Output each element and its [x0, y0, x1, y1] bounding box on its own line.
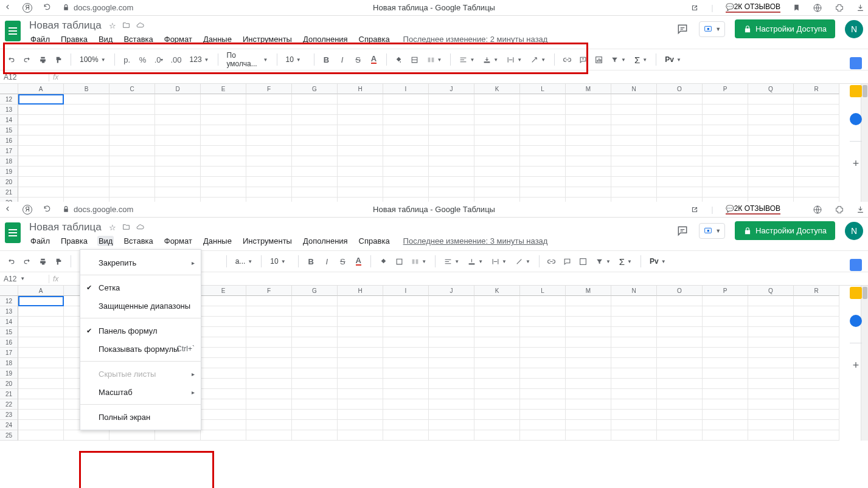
- cell[interactable]: [201, 327, 246, 337]
- cell[interactable]: [474, 105, 520, 115]
- cell[interactable]: [794, 348, 839, 358]
- cell[interactable]: [520, 105, 566, 115]
- cell[interactable]: [429, 187, 474, 198]
- cell[interactable]: [520, 389, 566, 399]
- cell[interactable]: [520, 337, 566, 348]
- column-header[interactable]: O: [657, 286, 703, 296]
- cell[interactable]: [611, 115, 657, 125]
- cell[interactable]: [657, 368, 703, 379]
- cell[interactable]: [201, 420, 246, 430]
- cell[interactable]: [566, 337, 611, 348]
- paint-icon[interactable]: [52, 254, 64, 269]
- cell[interactable]: [657, 306, 703, 317]
- keep-icon[interactable]: [850, 85, 862, 97]
- wrap-select[interactable]: ▼: [489, 258, 509, 266]
- cell[interactable]: [611, 156, 657, 167]
- cell[interactable]: [338, 410, 383, 420]
- cell[interactable]: [794, 146, 839, 156]
- cell[interactable]: [18, 389, 64, 399]
- cell[interactable]: [657, 296, 703, 306]
- cell[interactable]: [246, 410, 292, 420]
- row-header[interactable]: 21: [0, 389, 18, 399]
- cell[interactable]: [703, 348, 748, 358]
- cell[interactable]: [292, 105, 338, 115]
- cell[interactable]: [338, 306, 383, 317]
- percent-btn[interactable]: %: [137, 52, 149, 67]
- cell[interactable]: [338, 105, 383, 115]
- cell[interactable]: [246, 94, 292, 105]
- cell[interactable]: [474, 296, 520, 306]
- cell[interactable]: [292, 177, 338, 187]
- view-show-formulas[interactable]: Показывать формулыCtrl+`: [80, 340, 201, 358]
- cell[interactable]: [201, 348, 246, 358]
- cell[interactable]: [429, 105, 474, 115]
- print-icon[interactable]: [36, 254, 49, 269]
- cell[interactable]: [201, 306, 246, 317]
- cell[interactable]: [474, 94, 520, 105]
- cell[interactable]: [18, 94, 64, 105]
- cell[interactable]: [748, 156, 794, 167]
- column-header[interactable]: H: [338, 286, 383, 296]
- cell[interactable]: [748, 136, 794, 146]
- menu-tools[interactable]: Инструменты: [241, 236, 293, 246]
- bookmark-icon[interactable]: [793, 205, 800, 213]
- valign-select[interactable]: ▼: [481, 56, 501, 64]
- cell[interactable]: [338, 430, 383, 441]
- row-header[interactable]: 18: [0, 358, 18, 368]
- calendar-icon[interactable]: [850, 57, 862, 69]
- cell[interactable]: [338, 296, 383, 306]
- cell[interactable]: [292, 156, 338, 167]
- cell[interactable]: [201, 105, 246, 115]
- cell[interactable]: [109, 125, 155, 136]
- cell[interactable]: [520, 167, 566, 177]
- cell[interactable]: [18, 368, 64, 379]
- cell[interactable]: [566, 105, 611, 115]
- cell[interactable]: [338, 420, 383, 430]
- menu-view[interactable]: Вид: [97, 236, 114, 246]
- menu-view[interactable]: Вид: [97, 34, 114, 44]
- cell[interactable]: [474, 399, 520, 410]
- cell[interactable]: [474, 187, 520, 198]
- cell[interactable]: [703, 177, 748, 187]
- cell[interactable]: [794, 94, 839, 105]
- cell[interactable]: [566, 368, 611, 379]
- cell[interactable]: [703, 306, 748, 317]
- cell[interactable]: [18, 348, 64, 358]
- functions-select[interactable]: Σ▼: [617, 256, 634, 267]
- cell[interactable]: [429, 410, 474, 420]
- cell[interactable]: [292, 389, 338, 399]
- yandex-icon[interactable]: Я: [23, 205, 32, 215]
- cell[interactable]: [657, 317, 703, 327]
- cell[interactable]: [566, 430, 611, 441]
- cell[interactable]: [246, 125, 292, 136]
- cell[interactable]: [292, 317, 338, 327]
- cell[interactable]: [657, 167, 703, 177]
- cell[interactable]: [201, 94, 246, 105]
- cell[interactable]: [520, 94, 566, 105]
- cell[interactable]: [18, 105, 64, 115]
- cell[interactable]: [474, 136, 520, 146]
- cell[interactable]: [611, 94, 657, 105]
- cell[interactable]: [566, 358, 611, 368]
- cell[interactable]: [18, 358, 64, 368]
- cell[interactable]: [292, 368, 338, 379]
- translate-icon[interactable]: [813, 3, 822, 13]
- star-icon[interactable]: ☆: [109, 223, 116, 232]
- column-header[interactable]: F: [246, 286, 292, 296]
- cell[interactable]: [703, 136, 748, 146]
- row-header[interactable]: 18: [0, 156, 18, 167]
- cell[interactable]: [246, 430, 292, 441]
- cell[interactable]: [383, 348, 429, 358]
- cell[interactable]: [748, 389, 794, 399]
- cell[interactable]: [338, 327, 383, 337]
- cell[interactable]: [338, 177, 383, 187]
- cell[interactable]: [566, 399, 611, 410]
- view-freeze[interactable]: Закрепить▸: [80, 253, 201, 272]
- cell[interactable]: [566, 146, 611, 156]
- rotate-select[interactable]: ▼: [513, 258, 533, 266]
- cell[interactable]: [429, 167, 474, 177]
- reload-icon[interactable]: [43, 3, 51, 13]
- cell[interactable]: [520, 115, 566, 125]
- dec-dec-btn[interactable]: .0▾: [153, 52, 165, 67]
- cell[interactable]: [520, 146, 566, 156]
